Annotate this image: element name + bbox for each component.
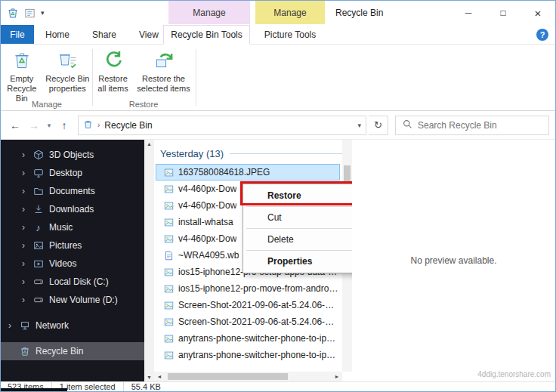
sidebar-item-pictures[interactable]: › Pictures [1,236,144,255]
sidebar-item-3d-objects[interactable]: › 3D Objects [1,146,144,164]
maximize-button[interactable]: □ [486,1,520,25]
sidebar-item-recycle-bin[interactable]: Recycle Bin [1,342,144,360]
scrollbar-thumb[interactable] [168,373,288,380]
sidebar-item-downloads[interactable]: › Downloads [1,200,144,218]
forward-icon: → [29,119,39,131]
group-header[interactable]: Yesterday (13) [154,140,352,164]
up-button[interactable]: ↑ [56,116,73,135]
chevron-right-icon[interactable]: › [22,186,27,196]
ribbon: Empty Recycle Bin Recycle Bin properties… [1,45,555,111]
contextual-group-manage-recycle[interactable]: Manage [168,1,250,24]
sidebar-item-label: 3D Objects [49,150,94,160]
scroll-left-icon[interactable]: ◄ [154,374,165,379]
sidebar-item-label: Network [36,320,69,331]
scroll-up-icon[interactable]: ▲ [147,141,152,147]
downloads-icon [32,204,44,215]
file-row[interactable]: Screen-Shot-2021-09-06-at-5.24.06-PM-1..… [156,297,340,313]
file-name: ios15-iphone12-pro-move-from-android-... [178,283,339,294]
chevron-right-icon[interactable]: › [22,168,27,178]
forward-button[interactable]: → [26,116,42,135]
file-row[interactable]: 1637580084618.JPEG [156,164,340,181]
menu-item-delete[interactable]: Delete [243,230,352,249]
sidebar-item-desktop[interactable]: › Desktop [1,164,144,182]
chevron-right-icon[interactable]: › [8,320,14,331]
tab-recycle-bin-tools[interactable]: Recycle Bin Tools [163,25,250,45]
window-title: Recycle Bin [335,1,383,25]
sidebar-item-videos[interactable]: › Videos [1,255,144,273]
ribbon-tab-row: File Home Share View Recycle Bin Tools P… [1,25,555,45]
recycle-bin-icon [19,346,30,357]
recycle-bin-properties-button[interactable]: Recycle Bin properties [44,47,91,97]
chevron-right-icon[interactable]: › [22,276,27,287]
file-row[interactable]: Screen-Shot-2021-09-06-at-5.24.06-PM-... [156,313,340,330]
maximize-icon: □ [500,8,505,18]
empty-recycle-bin-button[interactable]: Empty Recycle Bin [2,47,42,97]
tab-share[interactable]: Share [81,25,128,44]
recycle-bin-app-icon[interactable] [7,7,19,19]
music-icon: ♪ [32,222,44,233]
file-name: v4-460px-Dow [178,233,236,244]
help-button[interactable]: ? [536,29,548,41]
sidebar-item-label: Documents [49,186,95,196]
restore-all-items-button[interactable]: Restore all items [94,47,132,97]
scrollbar-track[interactable] [165,372,332,381]
breadcrumb-location[interactable]: Recycle Bin [104,120,152,131]
file-row[interactable]: anytrans-phone-switcher-phone-to-iphor..… [156,347,340,363]
search-input[interactable]: Search Recycle Bin [395,116,549,135]
sidebar-item-local-disk-c[interactable]: › Local Disk (C:) [1,273,144,291]
sidebar-item-label: Videos [49,258,76,269]
menu-item-cut[interactable]: Cut [243,208,352,227]
file-row[interactable]: anytrans-phone-switcher-phone-to-iphor..… [156,330,340,347]
chevron-right-icon[interactable]: › [22,295,27,305]
minimize-button[interactable]: ─ [451,1,486,25]
close-button[interactable]: × [520,1,555,25]
recent-locations-dropdown[interactable]: ▾ [45,116,54,135]
network-icon [19,320,30,332]
back-button[interactable]: ← [7,116,23,135]
quick-access-toolbar: ▾ [7,1,45,25]
file-list-horizontal-scrollbar[interactable]: ◄ ► [154,372,342,381]
videos-icon [32,258,44,270]
group-header-line [230,153,348,154]
address-dropdown-icon[interactable]: ▾ [357,122,361,129]
tab-picture-tools[interactable]: Picture Tools [255,25,325,45]
menu-item-properties[interactable]: Properties [243,252,352,271]
image-file-icon [164,267,174,277]
chevron-right-icon[interactable]: › [22,150,27,160]
sidebar-item-documents[interactable]: › Documents [1,182,144,200]
file-name: install-whatsa [178,217,233,227]
navigation-scrollbar[interactable]: ▲ ▼ [144,140,154,381]
contextual-group-label: Manage [193,8,225,18]
refresh-button[interactable]: ↻ [369,116,388,135]
scroll-down-icon[interactable]: ▼ [147,375,152,380]
chevron-right-icon[interactable]: › [22,240,27,251]
tab-file[interactable]: File [1,25,34,44]
sidebar-item-network[interactable]: › Network [1,316,144,335]
menu-separator [246,228,352,229]
file-name: ~WRA4095.wb [178,250,239,261]
chevron-right-icon[interactable]: › [22,222,27,233]
search-icon [403,119,412,131]
qat-customize-dropdown-icon[interactable]: ▾ [41,9,45,17]
ribbon-group-label-restore: Restore [93,100,194,109]
sidebar-item-label: New Volume (D:) [49,295,118,305]
tab-home[interactable]: Home [34,25,81,44]
chevron-right-icon[interactable]: › [22,204,27,215]
properties-shortcut-icon[interactable] [24,8,36,19]
contextual-group-manage-picture[interactable]: Manage [255,1,325,24]
sidebar-item-label: Recycle Bin [36,346,83,357]
address-bar-row: ← → ▾ ↑ › Recycle Bin ▾ ↻ Search Recycle… [1,111,555,140]
scroll-right-icon[interactable]: ► [332,374,342,379]
chevron-right-icon[interactable]: › [22,258,27,269]
sidebar-item-label: Music [49,222,73,233]
file-row[interactable]: ios15-iphone12-pro-move-from-android-... [156,280,340,297]
close-icon: × [535,7,542,20]
preview-pane: No preview available. 4ddig.tenorshare.c… [352,140,555,381]
sidebar-item-music[interactable]: › ♪ Music [1,218,144,236]
image-file-icon [164,317,174,327]
sidebar-item-new-volume-d[interactable]: › New Volume (D:) [1,291,144,309]
image-file-icon [164,234,174,244]
address-bar[interactable]: › Recycle Bin ▾ [78,116,366,135]
image-file-icon [164,284,174,294]
restore-selected-items-button[interactable]: Restore the selected items [134,47,193,97]
